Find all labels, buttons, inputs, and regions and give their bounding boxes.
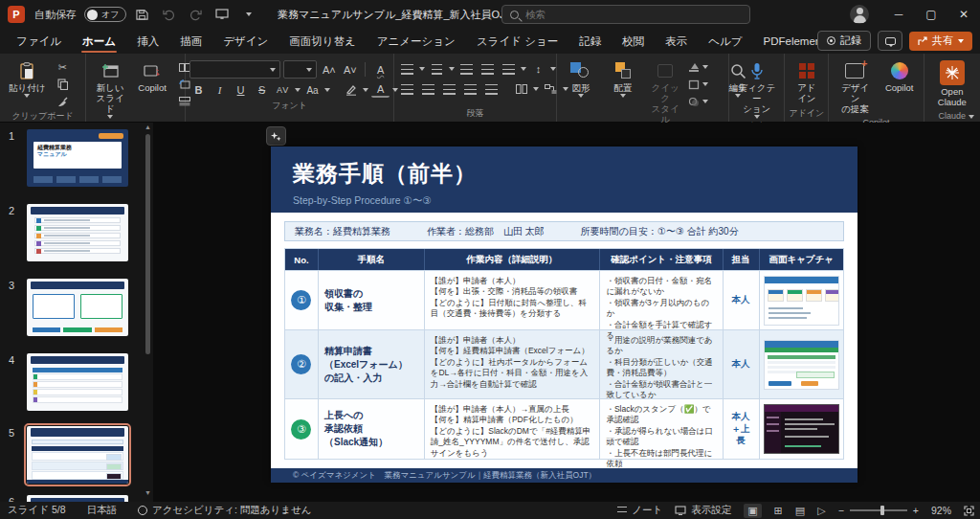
font-color-button[interactable]: A (371, 83, 390, 98)
tab-design[interactable]: デザイン (212, 29, 278, 54)
shape-fill-icon[interactable] (687, 59, 708, 75)
copilot-button[interactable]: Copilot (880, 57, 920, 95)
zoom-slider[interactable]: − + (838, 505, 919, 516)
dictate-button[interactable]: ディクテー ション (733, 57, 780, 120)
scroll-up-icon[interactable]: ▲ (145, 124, 151, 130)
slide-thumbnail-5-selected[interactable] (27, 426, 128, 484)
copy-icon[interactable] (52, 77, 73, 92)
fit-to-window-icon[interactable] (964, 506, 974, 516)
scroll-down-icon[interactable]: ▼ (145, 489, 151, 496)
tab-record[interactable]: 記録 (568, 29, 612, 54)
change-case-button[interactable]: Aa (303, 81, 322, 99)
reading-view-icon[interactable]: ▤ (795, 505, 805, 517)
shape-effects-icon[interactable] (687, 94, 708, 109)
tab-home[interactable]: ホーム (72, 29, 126, 54)
italic-button[interactable]: I (211, 81, 229, 99)
slide-indicator[interactable]: スライド 5/8 (8, 504, 66, 517)
record-button[interactable]: 記録 (817, 31, 871, 51)
cut-icon[interactable]: ✂ (52, 59, 73, 75)
header-no: No. (285, 249, 319, 270)
new-slide-button[interactable]: 新しい スライド (90, 57, 130, 120)
comments-button[interactable] (878, 31, 902, 51)
search-input[interactable] (525, 9, 717, 20)
scrollbar-thumb[interactable] (145, 134, 150, 354)
present-from-beginning-icon[interactable] (211, 4, 234, 25)
shrink-font-button[interactable]: A˅ (341, 61, 359, 79)
slide-thumbnail-4[interactable] (27, 353, 128, 411)
account-avatar[interactable] (850, 5, 869, 24)
notes-button[interactable]: ノート (617, 504, 662, 517)
close-button[interactable]: ✕ (947, 0, 980, 29)
tab-help[interactable]: ヘルプ (698, 29, 752, 54)
tab-review[interactable]: 校閲 (612, 29, 655, 54)
accessibility-status[interactable]: アクセシビリティ: 問題ありません (138, 504, 312, 517)
slide-thumbnail-2[interactable] (27, 204, 128, 261)
shape-outline-icon[interactable] (687, 77, 708, 92)
display-settings-button[interactable]: 表示設定 (675, 504, 731, 517)
copilot-slides-button[interactable]: Copilot (132, 57, 172, 95)
tab-draw[interactable]: 描画 (169, 29, 212, 54)
collapse-ribbon-icon[interactable] (969, 115, 974, 119)
zoom-in-icon[interactable]: + (913, 505, 919, 516)
highlight-color-button[interactable] (342, 81, 360, 99)
text-direction-icon[interactable]: ↕ (529, 60, 547, 78)
quick-styles-button[interactable]: クイック スタイル (645, 57, 685, 126)
clear-formatting-button[interactable]: A (371, 61, 390, 79)
normal-view-icon[interactable]: ▣ (744, 504, 761, 518)
powerpoint-logo-icon[interactable]: P (8, 6, 25, 23)
shapes-button[interactable]: 図形 (561, 57, 601, 99)
share-button[interactable]: 共有 (909, 32, 972, 51)
language-indicator[interactable]: 日本語 (87, 504, 118, 517)
justify-icon[interactable] (461, 80, 479, 98)
align-center-icon[interactable] (419, 80, 437, 98)
tab-view[interactable]: 表示 (655, 29, 698, 54)
slide-thumbnail-1[interactable]: 経費精算業務 マニュアル (27, 129, 128, 187)
slideshow-view-icon[interactable]: ▷ (817, 505, 825, 517)
strikethrough-button[interactable]: S (253, 81, 271, 99)
character-spacing-button[interactable]: AV (274, 81, 292, 99)
format-painter-icon[interactable] (52, 94, 73, 109)
align-left-icon[interactable] (398, 80, 416, 98)
zoom-out-icon[interactable]: − (838, 505, 844, 516)
font-name-combo[interactable] (189, 60, 280, 79)
slide-canvas[interactable]: 業務手順（前半） Step-by-Step Procedure ①〜③ 業務名：… (271, 147, 858, 481)
addins-button[interactable]: アド イン (790, 57, 824, 105)
increase-indent-icon[interactable] (479, 60, 497, 78)
tab-slideshow[interactable]: スライド ショー (466, 29, 568, 54)
underline-button[interactable]: U (232, 81, 250, 99)
zoom-track[interactable] (850, 509, 907, 511)
bullets-icon[interactable] (398, 60, 416, 78)
quick-access-chevron-icon[interactable] (237, 4, 260, 25)
slide-sorter-view-icon[interactable]: ⊞ (774, 505, 783, 517)
designer-button[interactable]: デザイン の提案 (833, 57, 877, 116)
distribute-icon[interactable] (482, 80, 501, 98)
save-icon[interactable] (130, 4, 153, 25)
maximize-button[interactable]: ▢ (915, 0, 947, 29)
open-claude-button[interactable]: Open Claude (932, 57, 972, 109)
redo-icon[interactable] (184, 4, 207, 25)
minimize-button[interactable]: ─ (882, 0, 915, 29)
grow-font-button[interactable]: A˄ (320, 61, 338, 79)
slide-thumbnail-6[interactable] (27, 495, 128, 502)
paste-button[interactable]: 貼り付け (4, 57, 50, 99)
line-spacing-icon[interactable] (500, 60, 518, 78)
designer-sparkle-button[interactable] (266, 126, 286, 146)
tab-animations[interactable]: アニメーション (367, 29, 466, 54)
zoom-thumb[interactable] (880, 506, 884, 515)
tab-transitions[interactable]: 画面切り替え (278, 29, 367, 54)
thumbnail-scrollbar[interactable]: ▲ ▼ (144, 123, 152, 502)
bold-button[interactable]: B (189, 81, 208, 99)
autosave-toggle[interactable]: オフ (84, 7, 126, 22)
tab-insert[interactable]: 挿入 (126, 29, 169, 54)
search-box[interactable] (501, 5, 750, 24)
slide-thumbnail-3[interactable] (27, 279, 128, 336)
align-right-icon[interactable] (440, 80, 458, 98)
numbering-icon[interactable] (428, 60, 446, 78)
undo-icon[interactable] (157, 4, 180, 25)
columns-icon[interactable] (512, 80, 530, 98)
decrease-indent-icon[interactable] (457, 60, 476, 78)
tab-file[interactable]: ファイル (6, 29, 72, 54)
arrange-button[interactable]: 配置 (603, 57, 643, 99)
font-size-combo[interactable] (283, 60, 317, 79)
zoom-level[interactable]: 92% (931, 505, 951, 516)
